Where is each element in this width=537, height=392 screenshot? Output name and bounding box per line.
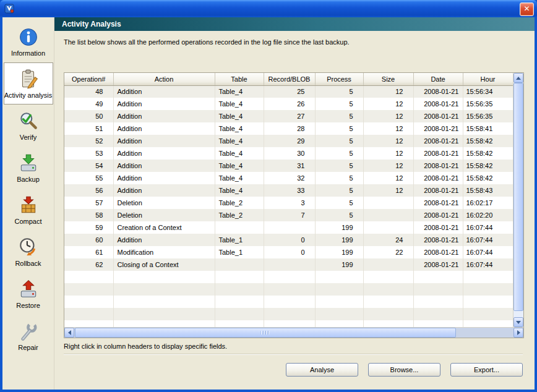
table-cell: 57 bbox=[64, 197, 113, 209]
table-scroll-area: Operation#ActionTableRecord/BLOBProcessS… bbox=[64, 73, 523, 327]
table-cell: Addition bbox=[113, 85, 215, 98]
scroll-left-button[interactable] bbox=[64, 328, 74, 338]
column-header[interactable]: Action bbox=[113, 73, 215, 85]
table-cell-empty bbox=[315, 283, 363, 296]
table-cell: 2008-01-21 bbox=[413, 147, 463, 160]
table-cell-empty bbox=[413, 271, 463, 283]
table-row[interactable]: 62Closing of a Context1992008-01-2116:07… bbox=[64, 258, 513, 271]
table-cell: 2008-01-21 bbox=[413, 234, 463, 246]
table-cell: Deletion bbox=[113, 209, 215, 221]
panel-content: The list below shows all the performed o… bbox=[54, 31, 535, 390]
table-cell: Table_4 bbox=[215, 160, 264, 172]
table-row[interactable]: 61ModificationTable_10199222008-01-2116:… bbox=[64, 246, 513, 258]
table-cell: Table_4 bbox=[215, 85, 264, 98]
export-button[interactable]: Export... bbox=[450, 363, 523, 377]
table-cell: 60 bbox=[64, 234, 113, 246]
table-row[interactable]: 59Creation of a Context1992008-01-2116:0… bbox=[64, 221, 513, 234]
repair-icon bbox=[18, 321, 39, 342]
sidebar-item-verify[interactable]: Verify bbox=[4, 104, 53, 147]
table-row[interactable]: 50AdditionTable_4275122008-01-2115:56:35 bbox=[64, 110, 513, 122]
table-row[interactable]: 52AdditionTable_4295122008-01-2115:58:42 bbox=[64, 135, 513, 147]
table-cell: 29 bbox=[264, 135, 315, 147]
table-cell: Addition bbox=[113, 135, 215, 147]
sidebar-item-label: Compact bbox=[14, 218, 41, 225]
sidebar-item-rollback[interactable]: Rollback bbox=[4, 231, 53, 273]
scroll-down-button[interactable] bbox=[513, 317, 523, 327]
table-cell: 55 bbox=[64, 172, 113, 184]
table-cell: Table_2 bbox=[215, 197, 264, 209]
titlebar[interactable]: ✕ bbox=[0, 0, 537, 17]
sidebar-item-repair[interactable]: Repair bbox=[4, 315, 53, 357]
table-cell: 16:02:17 bbox=[463, 197, 513, 209]
close-button[interactable]: ✕ bbox=[520, 2, 534, 16]
table-cell: 3 bbox=[264, 197, 315, 209]
table-cell-empty bbox=[463, 271, 513, 283]
compact-icon bbox=[18, 195, 39, 216]
scroll-right-button[interactable] bbox=[513, 328, 523, 338]
sidebar-item-compact[interactable]: Compact bbox=[4, 189, 53, 231]
panel-header: Activity Analysis bbox=[54, 17, 535, 31]
table-cell-empty bbox=[463, 320, 513, 327]
column-header[interactable]: Size bbox=[363, 73, 413, 85]
activity-analysis-icon bbox=[18, 69, 39, 90]
sidebar-item-activity-analysis[interactable]: Activity analysis bbox=[4, 62, 53, 104]
analyse-button[interactable]: Analyse bbox=[286, 363, 358, 377]
vertical-scrollbar[interactable] bbox=[513, 73, 523, 327]
table-row[interactable]: 51AdditionTable_4285122008-01-2115:58:41 bbox=[64, 122, 513, 135]
table-cell bbox=[363, 221, 413, 234]
table-cell: 16:07:44 bbox=[463, 234, 513, 246]
table-cell: 59 bbox=[64, 221, 113, 234]
close-icon: ✕ bbox=[523, 4, 530, 13]
scroll-up-button[interactable] bbox=[513, 73, 523, 83]
table-row[interactable]: 58DeletionTable_2752008-01-2116:02:20 bbox=[64, 209, 513, 221]
table-row-empty bbox=[64, 271, 513, 283]
table-cell-empty bbox=[215, 296, 264, 308]
table-row[interactable]: 54AdditionTable_4315122008-01-2115:58:42 bbox=[64, 160, 513, 172]
column-header[interactable]: Record/BLOB bbox=[264, 73, 315, 85]
vertical-scrollbar-track[interactable] bbox=[513, 83, 523, 317]
table-cell: 2008-01-21 bbox=[413, 122, 463, 135]
table-row[interactable]: 49AdditionTable_4265122008-01-2115:56:35 bbox=[64, 98, 513, 110]
sidebar-item-restore[interactable]: Restore bbox=[4, 273, 53, 315]
table-cell: 12 bbox=[363, 160, 413, 172]
column-header[interactable]: Table bbox=[215, 73, 264, 85]
table-row[interactable]: 57DeletionTable_2352008-01-2116:02:17 bbox=[64, 197, 513, 209]
table-cell: 5 bbox=[315, 135, 363, 147]
horizontal-scrollbar-thumb[interactable] bbox=[75, 328, 456, 338]
horizontal-scrollbar-track[interactable] bbox=[74, 328, 513, 338]
column-header[interactable]: Date bbox=[413, 73, 463, 85]
table-cell: 12 bbox=[363, 110, 413, 122]
horizontal-scrollbar[interactable] bbox=[64, 327, 523, 338]
table-cell-empty bbox=[315, 308, 363, 320]
table-cell: Table_4 bbox=[215, 122, 264, 135]
vertical-scrollbar-thumb[interactable] bbox=[513, 83, 523, 311]
table-cell: Closing of a Context bbox=[113, 258, 215, 271]
table-cell: 56 bbox=[64, 184, 113, 197]
column-header[interactable]: Process bbox=[315, 73, 363, 85]
column-header[interactable]: Operation# bbox=[64, 73, 113, 85]
column-header[interactable]: Hour bbox=[463, 73, 513, 85]
browse-button[interactable]: Browse... bbox=[368, 363, 440, 377]
table-cell: 2008-01-21 bbox=[413, 172, 463, 184]
table-cell: Modification bbox=[113, 246, 215, 258]
table-cell: Deletion bbox=[113, 197, 215, 209]
sidebar-item-information[interactable]: Information bbox=[4, 20, 53, 62]
table-cell-empty bbox=[264, 283, 315, 296]
table-cell: 5 bbox=[315, 184, 363, 197]
table-row[interactable]: 60AdditionTable_10199242008-01-2116:07:4… bbox=[64, 234, 513, 246]
table-cell: 15:58:42 bbox=[463, 147, 513, 160]
table-cell: 51 bbox=[64, 122, 113, 135]
table-row[interactable]: 53AdditionTable_4305122008-01-2115:58:42 bbox=[64, 147, 513, 160]
table-cell: 5 bbox=[315, 209, 363, 221]
table-row[interactable]: 56AdditionTable_4335122008-01-2115:58:43 bbox=[64, 184, 513, 197]
table-cell: 5 bbox=[315, 197, 363, 209]
table-cell: 12 bbox=[363, 147, 413, 160]
table-cell-empty bbox=[363, 308, 413, 320]
sidebar-item-backup[interactable]: Backup bbox=[4, 147, 53, 189]
table-row[interactable]: 55AdditionTable_4325122008-01-2115:58:42 bbox=[64, 172, 513, 184]
table-row[interactable]: 48AdditionTable_4255122008-01-2115:56:34 bbox=[64, 85, 513, 98]
app-icon bbox=[4, 4, 14, 14]
sidebar-item-label: Information bbox=[11, 49, 45, 57]
table-cell: 24 bbox=[363, 234, 413, 246]
table-cell: 5 bbox=[315, 98, 363, 110]
